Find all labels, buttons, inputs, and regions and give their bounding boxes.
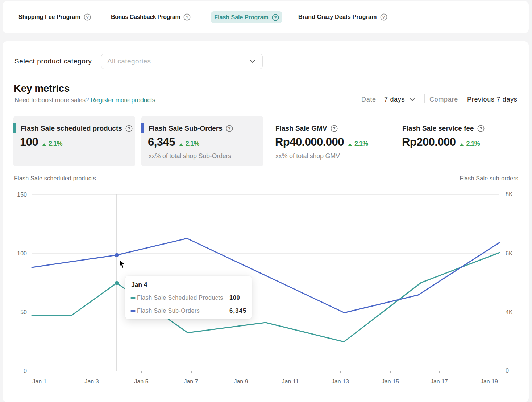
svg-text:?: ? [86,15,89,20]
svg-text:?: ? [333,126,336,131]
svg-text:?: ? [228,126,231,131]
svg-text:?: ? [382,15,385,20]
svg-text:?: ? [479,126,482,131]
svg-text:?: ? [274,15,277,20]
svg-text:?: ? [186,15,188,20]
svg-text:?: ? [128,126,130,131]
